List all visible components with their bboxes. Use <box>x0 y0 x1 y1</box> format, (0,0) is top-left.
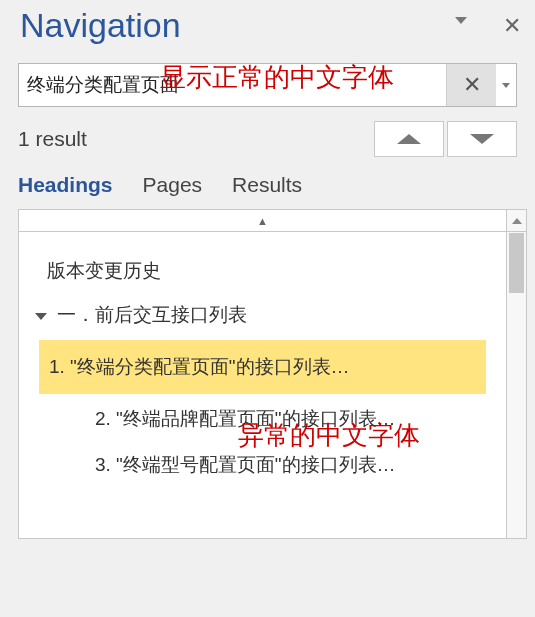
search-box: ✕ <box>18 63 517 107</box>
heading-item-highlighted[interactable]: 1. "终端分类配置页面"的接口列表… <box>39 340 486 394</box>
result-count: 1 result <box>18 127 371 151</box>
titlebar: Navigation ✕ <box>0 0 535 49</box>
expand-caret-icon[interactable] <box>35 313 47 320</box>
headings-tree: 版本变更历史 一．前后交互接口列表 1. "终端分类配置页面"的接口列表… 2.… <box>19 232 506 500</box>
close-icon[interactable]: ✕ <box>503 17 521 35</box>
heading-label: 一．前后交互接口列表 <box>57 302 247 328</box>
prev-result-button[interactable] <box>374 121 444 157</box>
title-controls: ✕ <box>455 17 521 35</box>
tab-headings[interactable]: Headings <box>18 173 113 197</box>
search-input[interactable] <box>19 64 446 106</box>
scrollbar[interactable] <box>506 210 526 538</box>
next-result-button[interactable] <box>447 121 517 157</box>
arrow-down-icon <box>470 134 494 144</box>
outline-body: ▲ 版本变更历史 一．前后交互接口列表 1. "终端分类配置页面"的接口列表… … <box>19 210 506 538</box>
headings-outline: ▲ 版本变更历史 一．前后交互接口列表 1. "终端分类配置页面"的接口列表… … <box>18 209 527 539</box>
nav-tabs: Headings Pages Results <box>0 167 535 209</box>
jump-bar[interactable]: ▲ <box>19 210 506 232</box>
heading-item[interactable]: 版本变更历史 <box>29 250 496 292</box>
arrow-up-icon <box>397 134 421 144</box>
heading-item-expandable[interactable]: 一．前后交互接口列表 <box>29 292 496 336</box>
tab-pages[interactable]: Pages <box>143 173 203 197</box>
scroll-thumb[interactable] <box>509 233 524 293</box>
chevron-down-icon <box>502 83 510 88</box>
arrow-up-icon <box>512 218 522 224</box>
heading-item[interactable]: 3. "终端型号配置页面"的接口列表… <box>39 444 486 486</box>
heading-item[interactable]: 2. "终端品牌配置页面"的接口列表… <box>39 398 486 440</box>
pane-title: Navigation <box>20 6 455 45</box>
tab-results[interactable]: Results <box>232 173 302 197</box>
navigation-pane: Navigation ✕ ✕ 1 result Headings Pages R… <box>0 0 535 617</box>
clear-search-button[interactable]: ✕ <box>446 64 496 106</box>
scroll-up-button[interactable] <box>507 210 526 232</box>
search-options-dropdown[interactable] <box>496 64 516 106</box>
pane-options-icon[interactable] <box>455 17 467 24</box>
result-row: 1 result <box>0 117 535 167</box>
